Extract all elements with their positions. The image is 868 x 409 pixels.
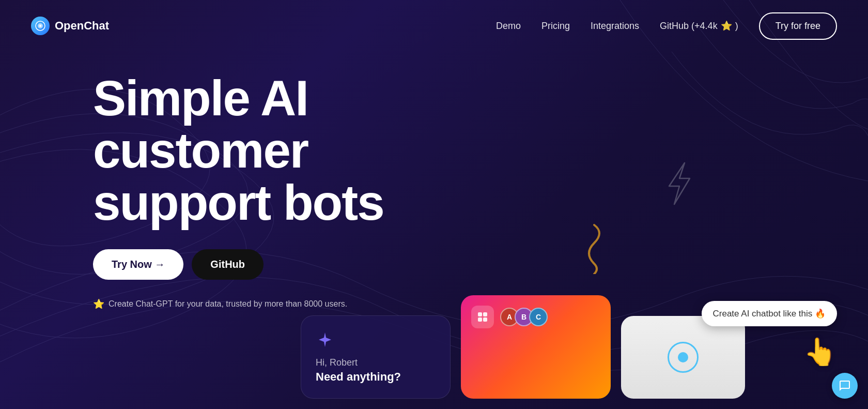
svg-rect-4 (483, 312, 487, 316)
nav-github[interactable]: GitHub (+4.4k ⭐ ) (660, 20, 738, 32)
chat-card-greeting: Hi, Robert Need anything? (301, 315, 451, 399)
chat-card-image (621, 316, 745, 399)
chat-question: Need anything? (316, 370, 436, 384)
svg-point-2 (39, 25, 41, 27)
logo-text: OpenChat (55, 19, 109, 33)
trust-text: ⭐ Create Chat-GPT for your data, trusted… (93, 298, 775, 310)
trust-star-icon: ⭐ (93, 298, 104, 310)
chat-card-white (621, 316, 745, 399)
nav-pricing[interactable]: Pricing (541, 21, 570, 32)
avatar-3: C (529, 308, 548, 326)
avatar-group: A B C (500, 308, 548, 326)
chat-card-colorful: A B C (461, 295, 611, 399)
logo[interactable]: OpenChat (31, 17, 109, 35)
nav-links: Demo Pricing Integrations GitHub (+4.4k … (496, 12, 837, 40)
cursor-hand-icon: 👆 (803, 336, 837, 368)
cta-buttons: Try Now → GitHub (93, 249, 775, 280)
try-free-button[interactable]: Try for free (759, 12, 837, 40)
star-icon: ⭐ (721, 20, 732, 32)
navbar: OpenChat Demo Pricing Integrations GitHu… (0, 0, 868, 52)
sparkle-icon (316, 330, 334, 349)
chat-widget-button[interactable] (832, 373, 858, 399)
nav-integrations[interactable]: Integrations (591, 21, 639, 32)
svg-rect-6 (483, 317, 487, 322)
logo-icon (31, 17, 50, 35)
chat-card-inner-circle (678, 352, 688, 362)
svg-rect-3 (478, 312, 482, 316)
chatbot-tooltip: Create AI chatbot like this 🔥 (702, 301, 838, 326)
github-button[interactable]: GitHub (192, 249, 264, 280)
svg-rect-5 (478, 317, 482, 322)
chat-card-circle (668, 342, 699, 373)
chat-preview: Hi, Robert Need anything? A B C (301, 295, 745, 409)
chat-greeting: Hi, Robert (316, 357, 436, 368)
try-now-button[interactable]: Try Now → (93, 249, 183, 280)
hero-content: Simple AI customer support bots Try Now … (0, 52, 868, 310)
hero-title: Simple AI customer support bots (93, 72, 455, 229)
hero-section: OpenChat Demo Pricing Integrations GitHu… (0, 0, 868, 409)
nav-demo[interactable]: Demo (496, 21, 521, 32)
